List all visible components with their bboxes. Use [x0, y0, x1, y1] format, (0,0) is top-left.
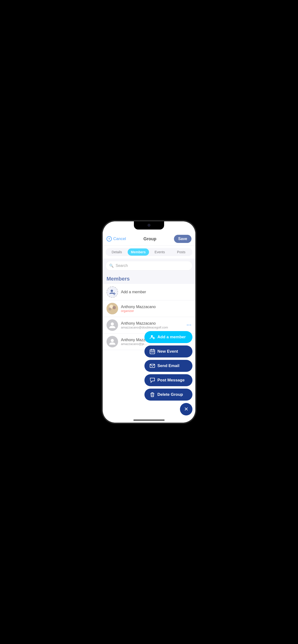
fab-close-icon: ✕ [184, 406, 188, 412]
svg-point-9 [151, 335, 153, 337]
screen-content: ? Cancel Group Save Details Members Even… [103, 232, 195, 422]
fab-post-message-label: Post Message [158, 378, 185, 382]
phone-frame: ? Cancel Group Save Details Members Even… [102, 221, 196, 423]
chat-icon [150, 378, 155, 383]
fab-add-member-label: Add a member [158, 335, 186, 340]
trash-icon [150, 392, 155, 397]
phone-camera [147, 224, 151, 227]
fab-post-message-button[interactable]: Post Message [144, 374, 192, 386]
calendar-icon [150, 349, 155, 354]
fab-new-event-button[interactable]: New Event [144, 346, 192, 358]
fab-delete-group-button[interactable]: Delete Group [144, 388, 192, 400]
fab-add-member-button[interactable]: Add a member [144, 331, 192, 343]
fab-send-email-label: Send Email [158, 364, 180, 368]
fab-delete-group-label: Delete Group [158, 392, 183, 397]
person-add-icon [150, 334, 155, 340]
phone-screen: ? Cancel Group Save Details Members Even… [103, 222, 195, 422]
svg-rect-18 [153, 352, 154, 352]
fab-send-email-button[interactable]: Send Email [144, 360, 192, 372]
svg-rect-16 [151, 352, 152, 352]
fab-close-button[interactable]: ✕ [180, 403, 192, 416]
fab-new-event-label: New Event [158, 349, 178, 354]
envelope-icon [150, 363, 155, 368]
fab-menu: Add a member New Event [144, 331, 192, 416]
svg-rect-17 [152, 352, 153, 352]
